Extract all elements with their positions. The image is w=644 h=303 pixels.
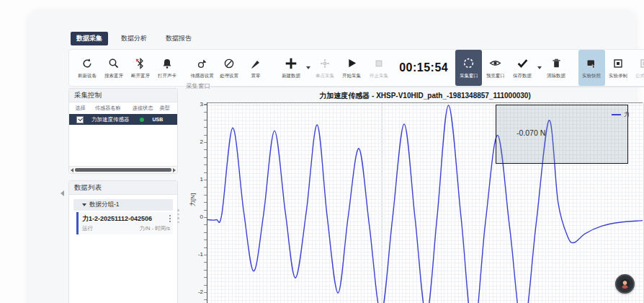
data-list-title: 数据列表 [69,181,177,195]
data-group-label: 数据分组-1 [89,201,120,209]
disconnect-bluetooth-button[interactable]: 断开蓝牙 [127,50,153,86]
tab-data-capture[interactable]: 数据采集 [71,32,108,45]
save-data-icon [516,57,529,70]
toolbar-label: 刷新设备 [78,72,97,79]
group-expand-caret-icon [82,203,86,206]
toolbar-label: 实验录制 [609,72,627,79]
tab-data-analysis[interactable]: 数据分析 [115,32,153,45]
toolbar-label: 断开蓝牙 [131,72,150,79]
toolbar-label: 处理设置 [220,72,238,79]
clear-data-button[interactable]: 清除数据 [543,50,570,86]
clear-data-icon [551,57,562,70]
data-list-panel: 数据列表 数据分组-1 力1-2-20251112-042506 运行 力/N … [68,180,178,303]
add-data-icon [285,57,298,70]
toolbar-label: 开始采集 [343,72,362,79]
groupbox-line [210,87,644,87]
preview-window-button[interactable]: 预览窗口 [482,50,509,86]
search-bluetooth-button[interactable]: 搜索蓝牙 [100,50,127,86]
sensor-table-hscrollbar[interactable] [69,166,177,173]
toolbar-label: 清除数据 [547,72,565,79]
y-axis-label: 力[N] [189,193,197,206]
open-sound-card-button[interactable]: 打开声卡 [153,50,180,86]
zero-set-button[interactable]: 置零 [243,50,269,86]
sensor-type: USB [153,117,164,122]
status-dot [140,118,144,122]
toolbar-label: 停止采集 [370,72,388,79]
scroll-right-arrow-icon[interactable] [173,168,176,172]
save-data-button[interactable]: 保存数据 [509,50,536,86]
new-data-button[interactable]: 新建数据 [278,50,305,86]
sensor-row[interactable]: 力加速度传感器 USB [69,114,177,125]
capture-window-icon [462,57,475,70]
experiment-snapshot-button[interactable]: 实验快照 [578,50,605,86]
chart-legend: 力 [612,110,630,118]
preview-window-icon [489,57,501,70]
toolbar: 刷新设备 搜索蓝牙 断开蓝牙 打开声卡 传感器设置 处理设置 置零 [68,49,644,87]
toolbar-label: 新建数据 [282,72,300,79]
capture-window-button[interactable]: 采集窗口 [455,50,482,86]
toolbar-label: 搜索蓝牙 [104,72,123,79]
single-point-capture-button[interactable]: 单点采集 [312,50,339,86]
col-sensor-name: 传感器名称 [95,105,121,112]
new-data-dropdown-caret[interactable] [306,66,310,69]
data-group-row[interactable]: 数据分组-1 [73,199,173,211]
main-tab-bar: 数据采集 数据分析 数据报告 [71,32,197,45]
capture-window-groupbox-label: 采集窗口 [186,82,210,91]
sidebar-collapse-arrow-icon[interactable] [61,190,64,196]
save-data-dropdown-caret[interactable] [537,66,542,69]
selection-readout: -0.070 N [516,128,545,137]
formula-icon [639,57,644,70]
processing-settings-icon [223,57,235,70]
bluetooth-disconnect-icon [135,57,146,70]
capture-timer: 00:15:54 [399,61,448,74]
experiment-record-button[interactable]: 实验录制 [605,50,632,86]
stop-capture-icon [374,57,384,70]
toolbar-label: 公式计算 [636,72,644,79]
start-capture-button[interactable]: 开始采集 [339,50,365,86]
legend-label: 力 [624,110,630,118]
toolbar-label: 单点采集 [316,72,334,79]
data-item-title: 力1-2-20251112-042506 [82,214,170,224]
snapshot-icon [586,57,597,70]
processing-settings-button[interactable]: 处理设置 [216,50,243,86]
data-item-axes: 力/N - 时间/s [140,225,171,232]
refresh-icon [81,57,93,70]
search-icon [108,57,120,70]
chart-title: 力加速度传感器 - XHSP-V10HID_path_-1981348857_1… [207,91,643,101]
scroll-left-arrow-icon[interactable] [71,168,73,172]
hscroll-thumb[interactable] [75,168,171,172]
col-select: 选择 [75,105,85,112]
toolbar-label: 置零 [251,72,261,79]
stop-capture-button[interactable]: 停止采集 [365,50,392,86]
sensor-name: 力加速度传感器 [91,116,130,123]
toolbar-label: 采集窗口 [460,72,478,79]
panel-splitter-handle[interactable] [177,209,179,225]
collect-control-title: 采集控制 [69,89,177,102]
toolbar-label: 传感器设置 [191,72,214,79]
refresh-device-button[interactable]: 刷新设备 [73,50,100,86]
app-window: 数据采集 数据分析 数据报告 刷新设备 搜索蓝牙 断开蓝牙 打开声卡 传感器设置… [29,10,635,303]
avatar-icon [620,278,630,289]
data-item-status: 运行 [82,225,93,232]
sensor-checkbox[interactable] [76,116,84,123]
single-point-icon [319,57,331,70]
selection-region-box[interactable]: -0.070 N [496,105,628,164]
data-item[interactable]: 力1-2-20251112-042506 运行 力/N - 时间/s [76,212,173,234]
start-capture-icon [346,57,357,70]
col-type: 类型 [159,105,169,112]
sound-card-icon [161,57,173,70]
collect-control-panel: 采集控制 选择 传感器名称 连接状态 类型 力加速度传感器 USB [68,88,178,174]
tab-data-report[interactable]: 数据报告 [160,32,197,45]
item-menu-icon[interactable] [169,215,171,224]
chart-plot-area[interactable]: -0.070 N 力 [207,102,643,303]
toolbar-label: 保存数据 [513,72,532,79]
sensor-settings-button[interactable]: 传感器设置 [189,50,215,86]
toolbar-label: 打开声卡 [158,72,176,79]
assistant-avatar-button[interactable] [615,274,635,294]
sensor-table-header: 选择 传感器名称 连接状态 类型 [69,102,177,114]
record-icon [612,57,624,70]
zero-pen-icon [250,57,261,70]
toolbar-label: 预览窗口 [486,72,505,79]
toolbar-label: 实验快照 [582,72,601,79]
formula-calc-button[interactable]: 公式计算 [632,50,644,86]
